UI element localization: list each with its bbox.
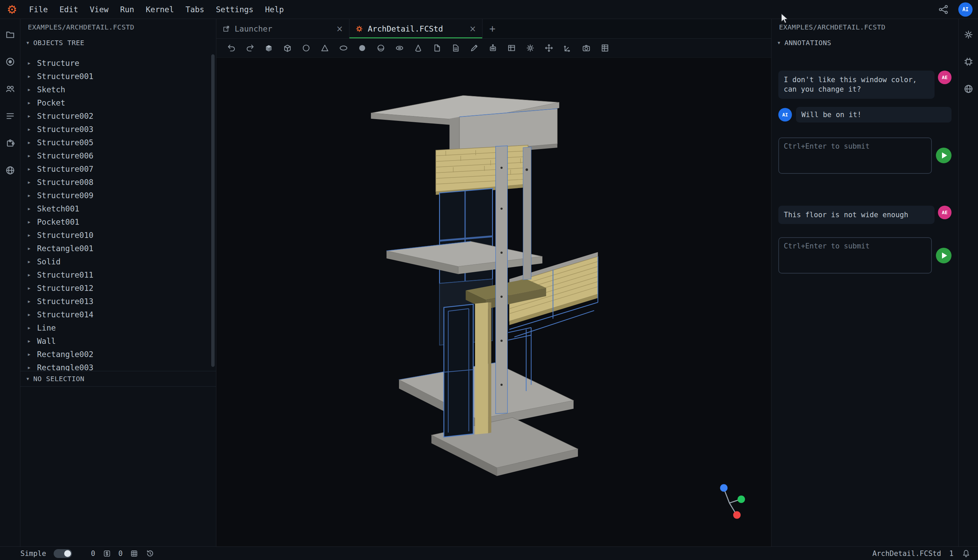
tree-item[interactable]: ▸ Structure008 (20, 175, 216, 189)
close-tab-icon[interactable]: × (469, 25, 476, 33)
pencil-icon[interactable] (468, 42, 480, 54)
redo-button[interactable] (244, 42, 256, 54)
menu-item[interactable]: Run (114, 0, 140, 19)
tree-item[interactable]: ▸ Structure007 (20, 162, 216, 175)
chevron-right-icon[interactable]: ▸ (28, 325, 33, 331)
collaborators-icon[interactable] (4, 83, 16, 95)
chevron-right-icon[interactable]: ▸ (28, 166, 33, 172)
files-icon[interactable] (4, 28, 16, 41)
tree-item[interactable]: ▸ Structure012 (20, 282, 216, 295)
new-tab-button[interactable]: + (482, 19, 502, 38)
chevron-right-icon[interactable]: ▸ (28, 245, 33, 252)
chevron-right-icon[interactable]: ▸ (28, 232, 33, 238)
annotation-input[interactable] (778, 237, 932, 273)
globe-icon[interactable] (962, 83, 975, 95)
tree-item[interactable]: ▸ Structure (20, 56, 216, 70)
spreadsheet-icon[interactable] (599, 42, 611, 54)
undo-button[interactable] (225, 42, 237, 54)
tree-item[interactable]: ▸ Rectangle001 (20, 242, 216, 255)
running-kernels-icon[interactable] (4, 56, 16, 68)
tree-scrollbar[interactable] (211, 54, 215, 367)
chevron-right-icon[interactable]: ▸ (28, 258, 33, 265)
menu-item[interactable]: Kernel (140, 0, 180, 19)
dome-icon[interactable] (375, 42, 387, 54)
chevron-right-icon[interactable]: ▸ (28, 126, 33, 132)
chevron-right-icon[interactable]: ▸ (28, 338, 33, 344)
annotation-input[interactable] (778, 137, 932, 174)
sphere-icon[interactable] (356, 42, 368, 54)
menu-item[interactable]: Help (259, 0, 289, 19)
objects-tree-section-header[interactable]: ▾ OBJECTS TREE (20, 34, 216, 52)
tree-item[interactable]: ▸ Structure013 (20, 295, 216, 308)
tree-item[interactable]: ▸ Pocket001 (20, 215, 216, 228)
tree-item[interactable]: ▸ Sketch (20, 83, 216, 96)
annotations-section-header[interactable]: ▾ ANNOTATIONS (771, 34, 958, 52)
cone-icon[interactable] (412, 42, 424, 54)
tree-item[interactable]: ▸ Rectangle002 (20, 348, 216, 361)
robot-icon[interactable] (487, 42, 499, 54)
tree-item[interactable]: ▸ Structure010 (20, 228, 216, 242)
ellipse-icon[interactable] (337, 42, 349, 54)
chevron-right-icon[interactable]: ▸ (28, 298, 33, 305)
gear-icon[interactable] (524, 42, 536, 54)
tree-item[interactable]: ▸ Structure006 (20, 149, 216, 162)
share-icon[interactable] (937, 3, 950, 16)
tree-item[interactable]: ▸ Structure011 (20, 268, 216, 282)
box-wireframe-icon[interactable] (281, 42, 294, 54)
tree-item[interactable]: ▸ Wall (20, 334, 216, 348)
menu-item[interactable]: Settings (210, 0, 259, 19)
tree-item[interactable]: ▸ Structure002 (20, 109, 216, 123)
menu-item[interactable]: View (84, 0, 114, 19)
chevron-right-icon[interactable]: ▸ (28, 351, 33, 357)
table-icon[interactable] (505, 42, 517, 54)
chevron-right-icon[interactable]: ▸ (28, 87, 33, 93)
user-avatar[interactable]: AI (958, 2, 973, 17)
submit-annotation-button[interactable] (936, 148, 951, 163)
chevron-right-icon[interactable]: ▸ (28, 365, 33, 371)
chevron-right-icon[interactable]: ▸ (28, 60, 33, 66)
world-icon[interactable] (4, 164, 16, 177)
camera-icon[interactable] (580, 42, 592, 54)
bell-icon[interactable] (962, 549, 971, 558)
tree-item[interactable]: ▸ Rectangle003 (20, 361, 216, 371)
chevron-right-icon[interactable]: ▸ (28, 113, 33, 119)
placement-axes-icon[interactable] (561, 42, 574, 54)
chevron-right-icon[interactable]: ▸ (28, 219, 33, 225)
box-solid-icon[interactable] (262, 42, 275, 54)
tree-item[interactable]: ▸ Structure003 (20, 123, 216, 136)
chevron-right-icon[interactable]: ▸ (28, 179, 33, 185)
torus-icon[interactable] (393, 42, 406, 54)
tree-item[interactable]: ▸ Line (20, 321, 216, 334)
tree-item[interactable]: ▸ Solid (20, 255, 216, 268)
simple-mode-toggle[interactable] (53, 549, 72, 558)
chevron-right-icon[interactable]: ▸ (28, 73, 33, 79)
chevron-right-icon[interactable]: ▸ (28, 153, 33, 159)
submit-annotation-button[interactable] (936, 248, 951, 263)
chevron-right-icon[interactable]: ▸ (28, 272, 33, 278)
menu-item[interactable]: Edit (53, 0, 84, 19)
3d-viewport[interactable] (216, 58, 771, 547)
selection-section-header[interactable]: ▾ NO SELECTION (20, 371, 216, 387)
tab-launcher[interactable]: Launcher × (216, 19, 349, 38)
document-icon[interactable] (449, 42, 462, 54)
tab-archdetail[interactable]: ArchDetail.FCStd × (349, 19, 482, 38)
extensions-icon[interactable] (4, 137, 16, 149)
tree-item[interactable]: ▸ Structure001 (20, 70, 216, 83)
tree-item[interactable]: ▸ Structure014 (20, 308, 216, 321)
history-icon[interactable] (146, 549, 155, 558)
move-icon[interactable] (542, 42, 555, 54)
triangle-icon[interactable] (319, 42, 331, 54)
credits-icon[interactable] (103, 550, 111, 558)
tree-item[interactable]: ▸ Structure009 (20, 189, 216, 202)
menu-item[interactable]: File (23, 0, 53, 19)
tree-item[interactable]: ▸ Pocket (20, 96, 216, 109)
settings-gear-icon[interactable] (962, 28, 975, 41)
chevron-right-icon[interactable]: ▸ (28, 140, 33, 146)
chevron-right-icon[interactable]: ▸ (28, 312, 33, 318)
menu-item[interactable]: Tabs (180, 0, 210, 19)
close-tab-icon[interactable]: × (336, 25, 343, 33)
chevron-right-icon[interactable]: ▸ (28, 285, 33, 291)
grid-settings-icon[interactable] (130, 550, 138, 558)
chevron-right-icon[interactable]: ▸ (28, 100, 33, 106)
chevron-right-icon[interactable]: ▸ (28, 206, 33, 212)
